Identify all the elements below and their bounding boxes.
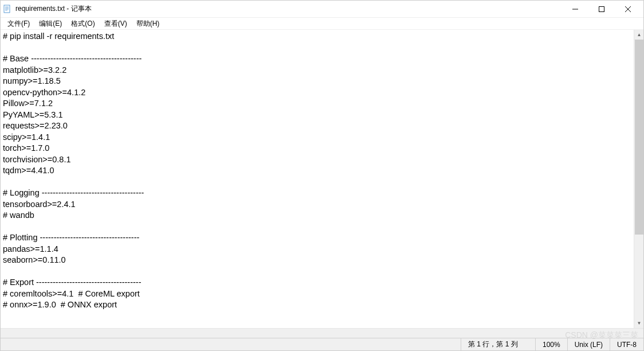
menubar: 文件(F) 编辑(E) 格式(O) 查看(V) 帮助(H) [1, 18, 643, 30]
close-button[interactable] [615, 1, 641, 18]
menu-format[interactable]: 格式(O) [66, 18, 99, 30]
status-line-ending: Unix (LF) [567, 338, 610, 350]
scroll-up-icon[interactable]: ▲ [634, 30, 643, 40]
app-icon [3, 5, 12, 14]
status-position: 第 1 行，第 1 列 [461, 338, 535, 350]
scrollbar-track[interactable] [634, 40, 643, 318]
titlebar: requirements.txt - 记事本 [1, 1, 643, 18]
menu-view[interactable]: 查看(V) [100, 18, 132, 30]
svg-rect-6 [599, 6, 604, 11]
content-area: # pip install -r requirements.txt # Base… [1, 30, 643, 328]
menu-help[interactable]: 帮助(H) [132, 18, 164, 30]
text-editor[interactable]: # pip install -r requirements.txt # Base… [1, 30, 634, 328]
minimize-button[interactable] [562, 1, 588, 18]
window-title: requirements.txt - 记事本 [15, 4, 562, 14]
maximize-button[interactable] [588, 1, 615, 18]
menu-edit[interactable]: 编辑(E) [34, 18, 66, 30]
vertical-scrollbar[interactable]: ▲ ▼ [634, 30, 643, 328]
horizontal-scrollbar[interactable] [1, 328, 643, 338]
scroll-down-icon[interactable]: ▼ [634, 318, 643, 328]
scrollbar-thumb[interactable] [635, 40, 643, 235]
status-encoding: UTF-8 [610, 338, 643, 350]
statusbar: 第 1 行，第 1 列 100% Unix (LF) UTF-8 [1, 338, 643, 350]
svg-rect-0 [4, 5, 10, 13]
notepad-window: requirements.txt - 记事本 文件(F) 编辑(E) 格式(O)… [0, 0, 644, 351]
menu-file[interactable]: 文件(F) [3, 18, 34, 30]
window-controls [562, 1, 641, 18]
status-zoom: 100% [535, 338, 567, 350]
